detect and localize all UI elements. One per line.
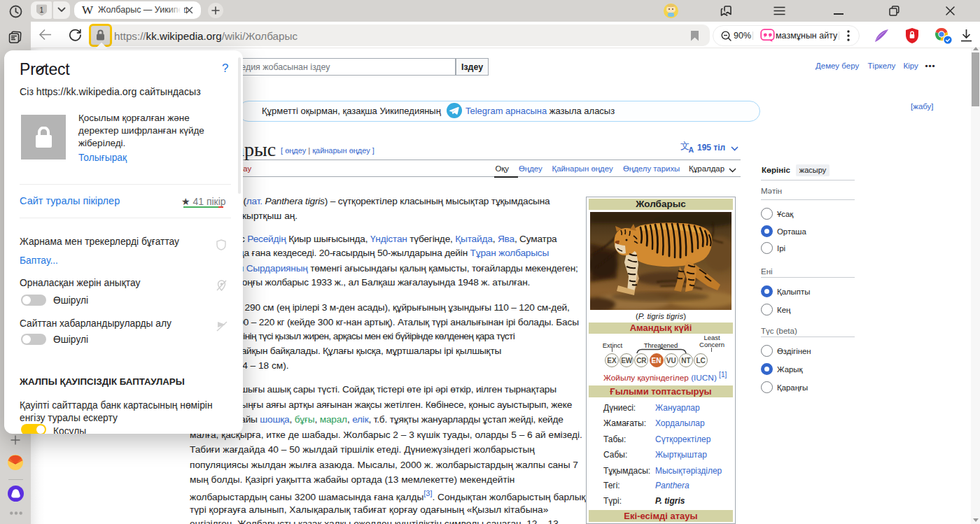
svg-text:A: A [689,146,694,153]
svg-text:1: 1 [40,6,44,14]
